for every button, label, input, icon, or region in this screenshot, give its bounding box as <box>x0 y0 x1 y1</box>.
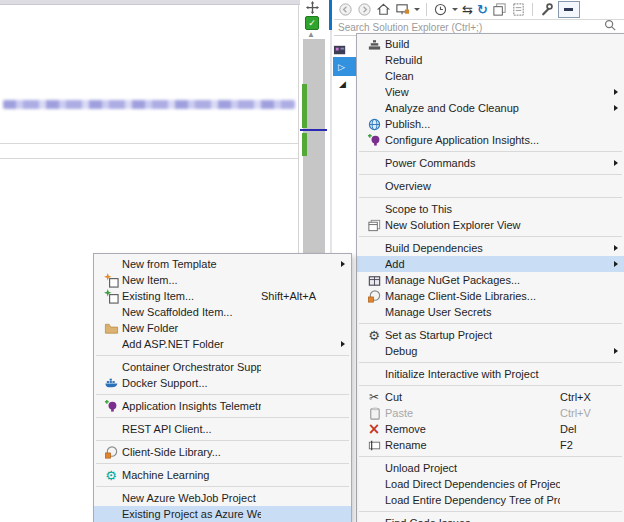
show-all-files-icon[interactable] <box>511 1 526 17</box>
menu-item-manage-nuget-packages[interactable]: Manage NuGet Packages... <box>357 272 624 288</box>
menu-item-label: Overview <box>385 180 560 192</box>
menu-separator <box>96 355 349 356</box>
menu-item-label: Add <box>385 258 560 270</box>
no-icon <box>100 257 122 272</box>
menu-item-initialize-interactive-with-project[interactable]: Initialize Interactive with Project <box>357 366 624 382</box>
menu-item-analyze-and-code-cleanup[interactable]: Analyze and Code Cleanup <box>357 100 624 116</box>
caret-down-icon[interactable] <box>452 1 458 17</box>
menu-item-power-commands[interactable]: Power Commands <box>357 155 624 171</box>
no-icon <box>100 337 122 352</box>
menu-item-set-as-startup-project[interactable]: ⚙Set as Startup Project <box>357 327 624 343</box>
menu-item-manage-user-secrets[interactable]: Manage User Secrets <box>357 304 624 320</box>
submenu-arrow-icon <box>606 160 620 166</box>
menu-item-configure-application-insights[interactable]: Configure Application Insights... <box>357 132 624 148</box>
menu-separator <box>359 236 622 237</box>
menu-item-publish[interactable]: Publish... <box>357 116 624 132</box>
menu-item-label: REST API Client... <box>122 423 261 435</box>
machine-learning-icon: ⚙ <box>100 468 122 483</box>
project-context-menu: BuildRebuildCleanViewAnalyze and Code Cl… <box>356 33 624 522</box>
menu-item-label: View <box>385 86 560 98</box>
menu-item-existing-item[interactable]: Existing Item...Shift+Alt+A <box>94 288 351 304</box>
submenu-arrow-icon <box>606 348 620 354</box>
menu-item-label: Power Commands <box>385 157 560 169</box>
menu-item-overview[interactable]: Overview <box>357 178 624 194</box>
no-icon <box>100 507 122 522</box>
menu-item-new-azure-webjob-project[interactable]: New Azure WebJob Project <box>94 490 351 506</box>
tree-expanded-icon[interactable]: ◢ <box>339 80 346 89</box>
menu-item-label: Analyze and Code Cleanup <box>385 102 560 114</box>
document-health-check-icon[interactable]: ✓ <box>305 16 319 30</box>
build-icon <box>363 37 385 52</box>
rename-icon <box>363 438 385 453</box>
menu-item-machine-learning[interactable]: ⚙Machine Learning <box>94 467 351 483</box>
menu-item-unload-project[interactable]: Unload Project <box>357 460 624 476</box>
menu-item-paste: PasteCtrl+V <box>357 405 624 421</box>
menu-item-label: Load Entire Dependency Tree of Project <box>385 494 560 506</box>
menu-item-cut[interactable]: ✂CutCtrl+X <box>357 389 624 405</box>
switch-views-icon[interactable] <box>395 1 410 17</box>
menu-item-client-side-library[interactable]: Client-Side Library... <box>94 444 351 460</box>
refresh-icon[interactable]: ↻ <box>477 1 488 17</box>
menu-item-container-orchestrator-support[interactable]: Container Orchestrator Support... <box>94 359 351 375</box>
menu-item-new-folder[interactable]: New Folder <box>94 320 351 336</box>
menu-item-shortcut: Ctrl+X <box>560 391 606 403</box>
sync-with-active-document-icon[interactable]: ⇆ <box>462 1 473 17</box>
menu-item-view[interactable]: View <box>357 84 624 100</box>
menu-item-remove[interactable]: ×RemoveDel <box>357 421 624 437</box>
menu-item-shortcut: Ctrl+V <box>560 407 606 419</box>
editor-divider-line <box>0 143 298 144</box>
menu-item-rest-api-client[interactable]: REST API Client... <box>94 421 351 437</box>
menu-item-label: New Item... <box>122 274 261 286</box>
menu-item-add-asp-net-folder[interactable]: Add ASP.NET Folder <box>94 336 351 352</box>
menu-item-clean[interactable]: Clean <box>357 68 624 84</box>
menu-item-docker-support[interactable]: Docker Support... <box>94 375 351 391</box>
menu-separator <box>359 362 622 363</box>
menu-separator <box>359 197 622 198</box>
menu-item-manage-client-side-libraries[interactable]: Manage Client-Side Libraries... <box>357 288 624 304</box>
scroll-up-icon[interactable]: ▲ <box>307 30 315 39</box>
menu-item-new-solution-explorer-view[interactable]: New Solution Explorer View <box>357 217 624 233</box>
forward-icon[interactable] <box>357 1 372 17</box>
menu-item-rebuild[interactable]: Rebuild <box>357 52 624 68</box>
menu-item-find-code-issues[interactable]: Find Code Issues <box>357 515 624 522</box>
solution-explorer-toolbar: ⇆↻ <box>333 0 624 18</box>
menu-item-new-from-template[interactable]: New from Template <box>94 256 351 272</box>
menu-item-label: Paste <box>385 407 560 419</box>
no-icon <box>363 101 385 116</box>
menu-separator <box>359 151 622 152</box>
home-icon[interactable] <box>376 1 391 17</box>
collapse-all-icon[interactable] <box>492 1 507 17</box>
menu-item-label: Client-Side Library... <box>122 446 261 458</box>
preview-selected-items-icon[interactable] <box>558 1 580 17</box>
client-side-library-icon <box>363 289 385 304</box>
back-icon[interactable] <box>338 1 353 17</box>
menu-item-load-direct-dependencies-of-project[interactable]: Load Direct Dependencies of Project <box>357 476 624 492</box>
menu-item-new-item[interactable]: New Item... <box>94 272 351 288</box>
properties-icon[interactable] <box>539 1 554 17</box>
menu-separator <box>96 486 349 487</box>
menu-item-build[interactable]: Build <box>357 36 624 52</box>
existing-item-icon <box>100 289 122 304</box>
no-icon <box>363 241 385 256</box>
menu-item-rename[interactable]: RenameF2 <box>357 437 624 453</box>
menu-item-new-scaffolded-item[interactable]: New Scaffolded Item... <box>94 304 351 320</box>
menu-separator <box>359 323 622 324</box>
menu-item-label: Manage User Secrets <box>385 306 560 318</box>
menu-item-add[interactable]: Add <box>357 256 624 272</box>
pending-changes-filter-icon[interactable] <box>433 1 448 17</box>
caret-down-icon[interactable] <box>414 1 420 17</box>
menu-item-build-dependencies[interactable]: Build Dependencies <box>357 240 624 256</box>
splitter-icon[interactable] <box>305 1 320 16</box>
menu-item-label: Initialize Interactive with Project <box>385 368 560 380</box>
menu-item-label: Set as Startup Project <box>385 329 560 341</box>
menu-separator <box>96 394 349 395</box>
menu-item-label: Configure Application Insights... <box>385 134 560 146</box>
menu-item-debug[interactable]: Debug <box>357 343 624 359</box>
menu-item-load-entire-dependency-tree-of-project[interactable]: Load Entire Dependency Tree of Project <box>357 492 624 508</box>
menu-item-application-insights-telemetry[interactable]: Application Insights Telemetry... <box>94 398 351 414</box>
client-side-library-icon <box>100 445 122 460</box>
application-insights-icon <box>363 133 385 148</box>
menu-item-scope-to-this[interactable]: Scope to This <box>357 201 624 217</box>
menu-item-shortcut: Shift+Alt+A <box>261 290 333 302</box>
menu-item-existing-project-as-azure-webjob[interactable]: Existing Project as Azure WebJob <box>94 506 351 522</box>
